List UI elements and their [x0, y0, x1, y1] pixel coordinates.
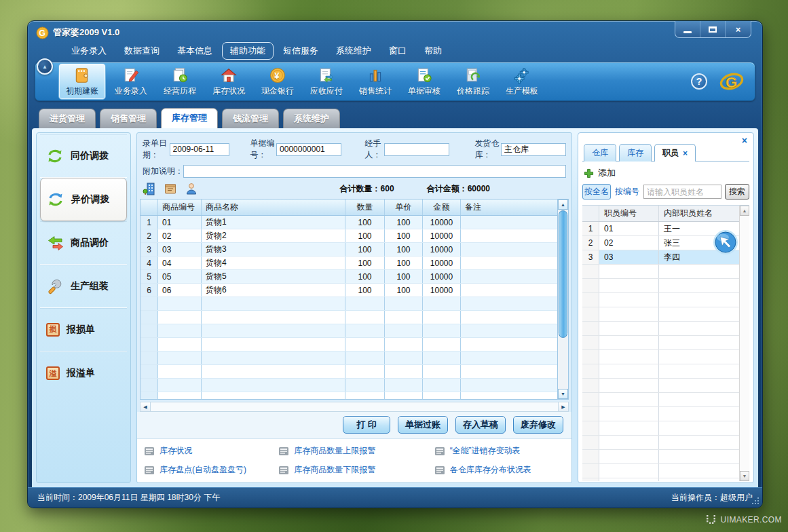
employee-row[interactable]: 202张三 — [582, 236, 739, 250]
post-document-button[interactable]: 单据过账 — [398, 416, 448, 434]
cell-quantity: 100 — [345, 243, 385, 256]
link-upper-limit-alert[interactable]: 库存商品数量上限报警 — [278, 445, 434, 457]
svg-text:¥: ¥ — [274, 71, 280, 81]
menu-item-sms-service[interactable]: 短信服务 — [275, 42, 326, 60]
sidebar-item-loss-report[interactable]: 损 报损单 — [40, 308, 127, 352]
maximize-button[interactable] — [700, 21, 726, 37]
menu-item-window[interactable]: 窗口 — [381, 42, 415, 60]
doc-no-input[interactable] — [276, 143, 341, 156]
link-stocktake[interactable]: 库存盘点(自动盘盈盘亏) — [144, 464, 278, 476]
menu-item-help[interactable]: 帮助 — [416, 42, 450, 60]
toolbar-item-document-audit[interactable]: 单据审核 — [400, 63, 448, 100]
panel-close-icon[interactable]: × — [742, 136, 747, 145]
lookup-tab-warehouse[interactable]: 仓库 — [584, 144, 616, 162]
handler-input[interactable] — [384, 143, 449, 156]
menu-item-system-maintenance[interactable]: 系统维护 — [328, 42, 379, 60]
warehouse-input[interactable] — [501, 143, 566, 156]
lookup-tab-inventory[interactable]: 库存 — [619, 144, 652, 162]
menu-item-business-entry[interactable]: 业务录入 — [63, 42, 115, 60]
date-input[interactable] — [170, 143, 229, 156]
link-lower-limit-alert[interactable]: 库存商品数量下限报警 — [278, 464, 434, 476]
toolbar-item-cash-bank[interactable]: ¥ 现金银行 — [254, 63, 301, 100]
filter-by-name-toggle[interactable]: 按全名 — [582, 184, 611, 200]
scroll-up-icon[interactable]: ▲ — [740, 206, 749, 216]
sidebar-item-same-price-transfer[interactable]: 同价调拨 — [40, 134, 127, 178]
toolbar-item-production-template[interactable]: 生产模板 — [498, 63, 546, 100]
cell-unit-price: 100 — [385, 270, 423, 283]
employee-person-icon[interactable] — [185, 182, 198, 195]
scrollbar-thumb[interactable] — [559, 210, 567, 338]
minimize-button[interactable] — [675, 21, 700, 37]
help-button[interactable]: ? — [691, 73, 707, 90]
employee-scrollbar[interactable]: ▲ ▼ — [739, 206, 749, 481]
table-row[interactable]: 606货物610010010000 — [140, 284, 557, 297]
link-allround-change-report[interactable]: “全能”进销存变动表 — [434, 445, 566, 457]
toolbar-item-label: 现金银行 — [261, 86, 294, 97]
collapse-toolbar-button[interactable]: ▲ — [37, 58, 53, 75]
employee-search-input[interactable] — [643, 185, 721, 199]
tab-system-maintenance[interactable]: 系统维护 — [283, 109, 340, 128]
vertical-scrollbar[interactable]: ▲ ▼ — [557, 200, 568, 399]
sidebar-item-price-adjust[interactable]: 商品调价 — [40, 221, 127, 265]
toolbar-item-label: 业务录入 — [115, 86, 147, 97]
scroll-left-icon[interactable]: ◀ — [140, 402, 151, 411]
plus-icon — [584, 168, 594, 178]
toolbar-item-initial-setup[interactable]: 初期建账 — [58, 63, 106, 100]
menu-item-basic-info[interactable]: 基本信息 — [169, 42, 221, 60]
app-logo-icon: G — [36, 26, 49, 39]
package-box-icon[interactable] — [164, 182, 177, 195]
menu-item-aux-functions[interactable]: 辅助功能 — [222, 42, 274, 60]
toolbar-item-business-entry[interactable]: 业务录入 — [107, 63, 155, 100]
link-label: 库存商品数量上限报警 — [294, 445, 375, 457]
tab-purchase-management[interactable]: 进货管理 — [39, 109, 96, 128]
filter-by-code-toggle[interactable]: 按编号 — [614, 185, 640, 199]
link-inventory-status[interactable]: 库存状况 — [144, 445, 278, 457]
company-building-icon[interactable] — [143, 182, 156, 195]
employee-row-empty — [582, 379, 739, 393]
print-button[interactable]: 打 印 — [343, 416, 390, 434]
app-window: G 管家婆2009 V1.0 × 业务录入 数据查询 基本信息 辅助功能 短信服… — [27, 20, 763, 508]
table-row[interactable]: 202货物210010010000 — [140, 229, 557, 243]
window-title: 管家婆2009 V1.0 — [53, 26, 119, 39]
toolbar-item-receivable-payable[interactable]: 应收应付 — [303, 63, 350, 100]
horizontal-scrollbar[interactable]: ◀ ▶ — [140, 402, 569, 412]
add-employee-button[interactable]: 添加 — [582, 162, 749, 184]
save-draft-button[interactable]: 存入草稿 — [455, 416, 506, 434]
close-button[interactable]: × — [726, 21, 751, 37]
scroll-down-icon[interactable]: ▼ — [558, 389, 568, 399]
menu-item-data-query[interactable]: 数据查询 — [116, 42, 168, 60]
tab-cashflow-management[interactable]: 钱流管理 — [222, 109, 279, 128]
sidebar-item-production-assembly[interactable]: 生产组装 — [40, 265, 127, 308]
tab-inventory-management[interactable]: 库存管理 — [161, 108, 218, 128]
discard-changes-button[interactable]: 废弃修改 — [513, 416, 563, 434]
toolbar-item-label: 价格跟踪 — [457, 86, 489, 97]
table-row[interactable]: 101货物110010010000 — [140, 216, 557, 229]
search-button[interactable]: 搜索 — [725, 184, 749, 200]
lookup-tab-employee[interactable]: 职员 × — [654, 144, 696, 162]
content-area: 同价调拨 异价调拨 商品调价 — [32, 128, 758, 487]
scroll-down-icon[interactable]: ▼ — [740, 471, 749, 481]
cell-amount: 10000 — [423, 284, 461, 297]
resize-grip-icon[interactable] — [752, 497, 760, 506]
tab-sales-management[interactable]: 销售管理 — [100, 109, 157, 128]
cell-unit-price: 100 — [385, 284, 423, 297]
sidebar-item-diff-price-transfer[interactable]: 异价调拨 — [40, 178, 127, 221]
toolbar-item-history[interactable]: 经营历程 — [156, 63, 204, 100]
toolbar-item-inventory-status[interactable]: 库存状况 — [205, 63, 252, 100]
table-row[interactable]: 303货物310010010000 — [140, 243, 557, 256]
toolbar-item-sales-statistics[interactable]: 销售统计 — [352, 63, 399, 100]
link-warehouse-distribution[interactable]: 各仓库库存分布状况表 — [434, 464, 566, 476]
employee-row-selected[interactable]: 303李四 — [582, 250, 739, 265]
sidebar-item-overflow-report[interactable]: 溢 报溢单 — [40, 352, 127, 395]
note-input[interactable] — [183, 165, 566, 178]
sidebar-item-label: 同价调拨 — [71, 150, 109, 162]
cell-item-code: 01 — [158, 216, 202, 229]
table-row[interactable]: 505货物510010010000 — [140, 270, 557, 284]
toolbar-item-price-tracking[interactable]: 价格跟踪 — [449, 63, 497, 100]
col-employee-code: 职员编号 — [599, 206, 659, 221]
scroll-right-icon[interactable]: ▶ — [558, 402, 568, 411]
tab-close-icon[interactable]: × — [683, 149, 688, 158]
employee-row[interactable]: 101王一 — [582, 222, 739, 236]
table-row[interactable]: 404货物410010010000 — [140, 256, 557, 270]
scroll-up-icon[interactable]: ▲ — [558, 200, 568, 210]
